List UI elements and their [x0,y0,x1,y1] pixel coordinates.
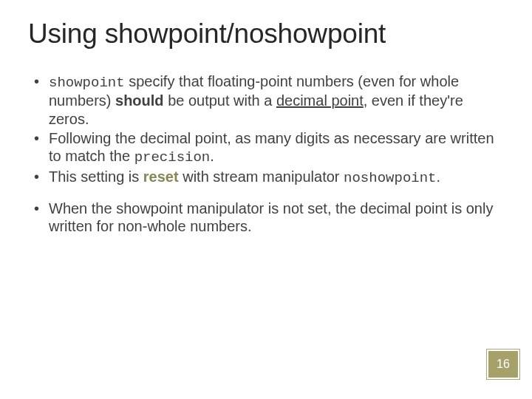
highlight-reset: reset [143,168,179,185]
bullet-list-2: When the showpoint manipulator is not se… [28,200,504,236]
text: . [210,148,214,164]
slide: Using showpoint/noshowpoint showpoint sp… [0,0,532,399]
bullet-item: This setting is reset with stream manipu… [34,168,504,187]
code-noshowpoint: noshowpoint [344,170,436,186]
slide-title: Using showpoint/noshowpoint [28,19,504,49]
bullet-list: showpoint specify that floating-point nu… [28,72,504,188]
spacer [28,189,504,200]
bullet-item: When the showpoint manipulator is not se… [34,200,504,236]
bullet-item: Following the decimal point, as many dig… [34,129,504,167]
text: with stream manipulator [179,168,344,185]
code-precision: precision [134,149,211,166]
text: This setting is [49,168,143,185]
page-number-badge: 16 [486,349,520,380]
bullet-item: showpoint specify that floating-point nu… [34,72,504,128]
text: When the showpoint manipulator is not se… [49,200,493,234]
text: . [436,168,440,185]
bold-should: should [115,92,164,109]
code-showpoint: showpoint [49,75,125,91]
underline-decimal-point: decimal point [276,92,364,109]
text: Following the decimal point, as many dig… [49,130,494,164]
page-number: 16 [488,351,518,378]
text: be output with a [164,92,276,109]
